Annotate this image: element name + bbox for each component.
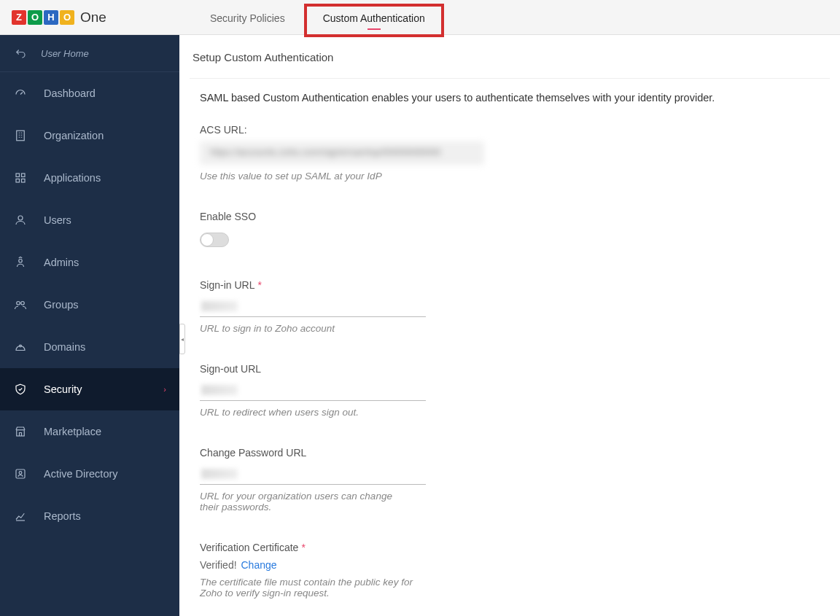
user-home-label: User Home [41,48,89,59]
changepw-label: Change Password URL [200,447,830,459]
sidebar-item-label: Groups [44,299,79,311]
enable-sso-toggle[interactable] [200,233,229,247]
sidebar-item-label: Organization [44,130,104,141]
signin-label: Sign-in URL* [200,279,830,291]
sidebar-item-security[interactable]: Security› [0,368,179,410]
sidebar-item-label: Marketplace [44,426,101,437]
marketplace-icon [13,424,28,439]
required-asterisk: * [301,542,305,553]
enable-sso-field: Enable SSO [200,211,830,250]
acs-label: ACS URL: [200,124,830,136]
signin-hint: URL to sign in to Zoho account [200,323,830,334]
signin-url-input[interactable] [200,297,426,317]
page-title: Setup Custom Authentication [190,51,830,79]
changepw-url-input[interactable] [200,464,426,485]
sidebar-item-label: Admins [44,257,79,268]
signin-url-field: Sign-in URL* URL to sign in to Zoho acco… [200,279,830,334]
dashboard-icon [13,86,28,101]
sidebar-item-label: Security [44,383,82,395]
tab-label: Security Policies [210,12,285,24]
reports-icon [13,509,28,523]
sidebar-item-label: Users [44,214,71,226]
cert-field: Verification Certificate* Verified! Chan… [200,542,830,599]
brand-suffix: One [80,9,106,26]
svg-rect-2 [22,174,26,177]
svg-point-5 [18,216,23,220]
toggle-knob [201,233,214,246]
sidebar-item-applications[interactable]: Applications [0,157,179,199]
header-tabs: Security PoliciesCustom Authentication [191,0,444,34]
logo-tile: Z [12,10,26,25]
signout-label: Sign-out URL [200,363,830,375]
svg-rect-3 [16,179,20,183]
users-icon [13,213,28,227]
changepw-url-field: Change Password URL URL for your organiz… [200,447,830,512]
logo-tile: O [60,10,74,25]
applications-icon [13,171,28,185]
chevron-right-icon: › [163,385,166,394]
svg-rect-1 [16,174,20,177]
tab-label: Custom Authentication [323,12,425,24]
security-icon [13,382,28,397]
tab-custom-authentication[interactable]: Custom Authentication [304,2,444,34]
sidebar-item-admins[interactable]: Admins [0,241,179,284]
chevron-left-icon: ◂ [181,336,184,343]
sidebar-item-label: Active Directory [44,468,118,480]
acs-hint: Use this value to set up SAML at your Id… [200,171,830,182]
logo-tile: H [44,10,58,25]
back-icon [13,46,28,61]
logo-tile: O [28,10,42,25]
svg-rect-0 [17,130,25,141]
svg-point-7 [17,302,20,305]
cert-hint: The certificate file must contain the pu… [200,577,433,599]
sidebar: User Home DashboardOrganizationApplicati… [0,35,179,616]
svg-point-12 [19,472,22,475]
groups-icon [13,297,28,312]
sidebar-item-label: Applications [44,172,101,184]
signout-hint: URL to redirect when users sign out. [200,407,830,418]
cert-status-row: Verified! Change [200,559,830,571]
sidebar-item-dashboard[interactable]: Dashboard [0,72,179,114]
sidebar-collapse-handle[interactable]: ◂ [179,324,185,354]
intro-text: SAML based Custom Authentication enables… [200,92,830,104]
sidebar-item-label: Reports [44,510,81,522]
signout-url-field: Sign-out URL URL to redirect when users … [200,363,830,418]
sidebar-item-label: Dashboard [44,87,96,99]
content-area: Setup Custom Authentication SAML based C… [179,35,840,616]
signout-url-input[interactable] [200,381,426,401]
sidebar-item-domains[interactable]: Domains [0,326,179,368]
changepw-hint: URL for your organization users can chan… [200,491,397,512]
sidebar-item-marketplace[interactable]: Marketplace [0,410,179,453]
app-header: ZOHOOne Security PoliciesCustom Authenti… [0,0,840,35]
directory-icon [13,467,28,481]
sso-label: Enable SSO [200,211,830,222]
cert-change-link[interactable]: Change [241,559,276,571]
svg-point-6 [19,260,23,263]
domains-icon [13,340,28,354]
sidebar-item-active-directory[interactable]: Active Directory [0,453,179,495]
admins-icon [13,255,28,270]
user-home-link[interactable]: User Home [0,35,179,72]
organization-icon [13,128,28,143]
sidebar-item-groups[interactable]: Groups [0,284,179,326]
brand-logo: ZOHOOne [0,0,118,34]
svg-point-8 [21,302,25,305]
acs-url-value[interactable]: https://accounts.zoho.com/signin/samlsp/… [200,141,484,165]
cert-verified-text: Verified! [200,559,237,571]
required-asterisk: * [257,279,261,291]
sidebar-item-users[interactable]: Users [0,199,179,241]
svg-rect-4 [22,179,26,183]
sidebar-item-organization[interactable]: Organization [0,114,179,157]
cert-label: Verification Certificate* [200,542,830,553]
sidebar-item-reports[interactable]: Reports [0,495,179,537]
tab-security-policies[interactable]: Security Policies [191,2,304,34]
sidebar-item-label: Domains [44,341,85,353]
acs-url-field: ACS URL: https://accounts.zoho.com/signi… [200,124,830,182]
